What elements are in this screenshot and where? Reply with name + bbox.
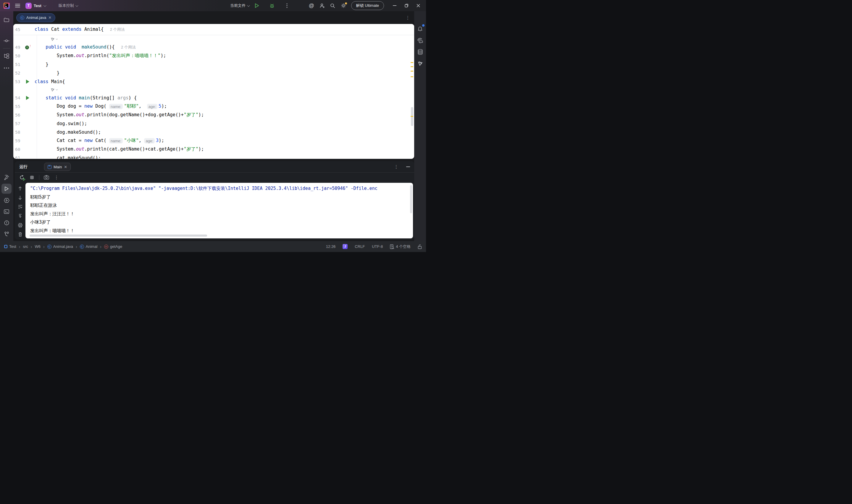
scroll-to-end-icon[interactable]: [17, 213, 23, 219]
more-actions-kebab[interactable]: [282, 1, 292, 10]
search-icon[interactable]: [328, 1, 338, 10]
run-button[interactable]: [252, 1, 261, 10]
tab-close-icon[interactable]: ✕: [48, 15, 52, 20]
junie-status-icon[interactable]: J: [343, 244, 348, 249]
build-hammer-icon[interactable]: [1, 173, 12, 182]
chevron-down-icon: [247, 4, 250, 7]
console-vertical-scrollbar[interactable]: [410, 185, 412, 213]
scroll-down-icon[interactable]: [17, 195, 23, 200]
tab-options-kebab[interactable]: ⋮: [405, 15, 410, 20]
breadcrumb-Animal[interactable]: CAnimal: [80, 244, 97, 249]
code-line-55[interactable]: 55 Dog dog = new Dog( name:"耶耶", age:5);: [13, 102, 414, 111]
run-configuration-selector[interactable]: 当前文件: [230, 3, 249, 8]
breadcrumb-src[interactable]: src: [23, 244, 28, 249]
code-line-54[interactable]: 54 static void main(String[] args) {: [13, 93, 414, 102]
breadcrumb-Test[interactable]: Test: [4, 244, 16, 249]
breadcrumb-separator: ›: [43, 244, 45, 249]
minimize-button[interactable]: [389, 1, 400, 10]
breadcrumb-getAge[interactable]: mgetAge: [104, 244, 122, 249]
debug-button[interactable]: [267, 1, 277, 10]
breadcrumb-Animal.java[interactable]: CAnimal.java: [47, 244, 73, 249]
breadcrumb-separator: ›: [19, 244, 20, 249]
rerun-icon[interactable]: [19, 175, 25, 180]
ai-assistant-inlay-icon[interactable]: [50, 88, 58, 92]
code-token-kw: public: [46, 44, 62, 50]
code-line-57[interactable]: 57 dog.swim();: [13, 119, 414, 128]
junie-ai-icon[interactable]: [415, 58, 425, 69]
code-line-50[interactable]: 50 System.out.println("发出叫声：喵喵喵！！");: [13, 52, 414, 60]
override-marker-icon[interactable]: I↑: [25, 45, 30, 50]
more-tool-windows-icon[interactable]: [1, 63, 12, 73]
line-number: 56: [13, 113, 20, 118]
warning-stripe-mark[interactable]: [411, 76, 413, 77]
stop-icon[interactable]: [29, 175, 35, 180]
problems-icon[interactable]: [1, 218, 12, 228]
project-widget[interactable]: T Test: [25, 3, 46, 9]
code-token-kw: new: [84, 104, 93, 109]
terminal-icon[interactable]: [1, 206, 12, 216]
ai-inlay-row: [13, 86, 414, 93]
unlock-ultimate-button[interactable]: 解锁 Ultimate: [351, 1, 384, 10]
line-separator-widget[interactable]: CRLF: [355, 244, 365, 249]
lock-unlocked-icon[interactable]: [418, 244, 422, 249]
breadcrumb-separator: ›: [31, 244, 32, 249]
encoding-widget[interactable]: UTF-8: [372, 244, 383, 249]
code-token-i: name:: [109, 104, 123, 109]
clear-trash-icon[interactable]: [17, 231, 23, 237]
editor-island[interactable]: 45 class Cat extends Animal{ 2 个用法 6 49 …: [13, 24, 414, 159]
scroll-up-icon[interactable]: [17, 185, 23, 191]
settings-gear-icon[interactable]: [339, 1, 348, 10]
code-token-pl: [62, 44, 65, 50]
warning-stripe-mark[interactable]: [411, 71, 413, 72]
main-menu-button[interactable]: [15, 4, 20, 7]
soft-wrap-icon[interactable]: [17, 204, 23, 210]
caret-position[interactable]: 12:26: [326, 244, 336, 249]
code-line-60[interactable]: 60 System.out.println(cat.getName()+cat.…: [13, 145, 414, 154]
add-user-icon[interactable]: [318, 1, 327, 10]
warning-stripe-mark[interactable]: [411, 62, 413, 63]
ai-assistant-inlay-icon[interactable]: [50, 37, 58, 41]
run-line-marker[interactable]: [26, 79, 29, 84]
code-line-53[interactable]: 53 class Main{: [13, 77, 414, 86]
code-line-58[interactable]: 58 dog.makeSound();: [13, 128, 414, 136]
code-line-56[interactable]: 56 System.out.println(dog.getName()+dog.…: [13, 111, 414, 119]
ai-assistant-icon[interactable]: @: [307, 1, 316, 10]
vcs-widget[interactable]: 版本控制: [58, 3, 77, 8]
console-output[interactable]: "C:\Program Files\Java\jdk-25.0.2\bin\ja…: [25, 183, 413, 238]
structure-icon[interactable]: [1, 51, 12, 61]
indent-widget[interactable]: 4 个空格: [390, 244, 411, 249]
console-horizontal-scrollbar[interactable]: [30, 235, 207, 237]
notifications-bell-icon[interactable]: [415, 24, 425, 34]
code-line-61[interactable]: 61 cat.makeSound();: [13, 154, 414, 159]
code-token-s: "岁了": [184, 112, 199, 118]
commit-icon[interactable]: [1, 36, 12, 46]
hide-tool-window-icon[interactable]: [406, 166, 410, 167]
warning-stripe-mark[interactable]: [411, 116, 413, 117]
tab-label: Animal.java: [26, 15, 46, 20]
code-line-52[interactable]: 52 }: [13, 69, 414, 77]
tab-animal-java[interactable]: C Animal.java ✕: [16, 13, 55, 22]
run-tab-main[interactable]: Main ✕: [44, 163, 71, 171]
code-line-59[interactable]: 59 Cat cat = new Cat( name:"小咪", age:3);: [13, 136, 414, 145]
thread-dump-camera-icon[interactable]: [43, 175, 49, 180]
run-tab-close-icon[interactable]: ✕: [64, 165, 67, 169]
project-folder-icon[interactable]: [1, 15, 12, 25]
ai-chat-icon[interactable]: [415, 36, 425, 46]
code-token-i: age:: [144, 138, 155, 143]
run-options-kebab[interactable]: ⋮: [394, 164, 398, 169]
run-tool-window-icon[interactable]: [1, 184, 12, 194]
code-token-pl: );: [199, 146, 204, 152]
maximize-button[interactable]: [401, 1, 412, 10]
run-line-marker[interactable]: [26, 96, 29, 100]
editor-lines[interactable]: 49 I↑ public void makeSound(){ 2 个用法 50 …: [13, 35, 414, 159]
services-icon[interactable]: [1, 195, 12, 205]
close-button[interactable]: [413, 1, 424, 10]
code-line-49[interactable]: 49 I↑ public void makeSound(){ 2 个用法: [13, 43, 414, 52]
print-icon[interactable]: [17, 222, 23, 228]
warning-stripe-mark[interactable]: [411, 66, 413, 67]
console-options-kebab[interactable]: ⋮: [54, 175, 59, 180]
breadcrumb-W6[interactable]: W6: [35, 244, 41, 249]
database-icon[interactable]: [415, 47, 425, 57]
code-line-51[interactable]: 51 }: [13, 60, 414, 69]
git-branch-icon[interactable]: [1, 229, 12, 239]
